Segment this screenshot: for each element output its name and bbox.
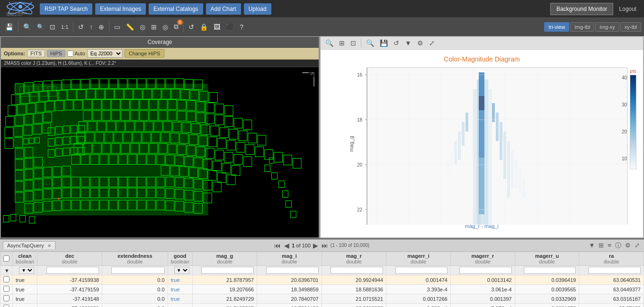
table-expand-icon-button[interactable]: ⤢ [633,240,641,251]
crosshair-button[interactable]: ⊕ [96,22,107,32]
filter-mag-g-input[interactable] [201,267,254,274]
col-header-ra[interactable]: radouble [579,252,644,266]
svg-point-3 [18,5,22,9]
select-rect-button[interactable]: ▭ [112,22,123,32]
zoom-fit-button[interactable]: ⊡ [47,22,58,32]
svg-rect-348 [439,167,442,176]
filter-magerr-i-input[interactable] [395,267,447,274]
sky-overlay-svg [1,67,319,237]
row-checkbox[interactable] [3,295,9,301]
pager-prev-button[interactable]: ◀ [283,242,290,249]
zoom-in-button[interactable]: 🔍 [21,22,34,32]
save-button[interactable]: 💾 [3,22,16,32]
filter-mag-i-input[interactable] [266,267,319,274]
col-header-magerr-i[interactable]: magerr_idouble [386,252,451,266]
row-checkbox[interactable] [3,305,9,307]
col-header-magerr-u[interactable]: magerr_udouble [515,252,579,266]
col-header-mag-i[interactable]: mag_idouble [257,252,322,266]
table-toolbar-icons: ▼ ⊞ ≡ ⓘ ⚙ ⤢ [588,240,641,251]
col-header-dec[interactable]: decdouble [37,252,102,266]
svg-rect-353 [420,176,423,181]
chart-save-button[interactable]: 💾 [378,38,390,48]
corner-expand-icon[interactable]: ⤢ [308,70,316,77]
help-button[interactable]: ? [237,22,246,32]
pager-next-button[interactable]: ▶ [312,242,319,249]
cell-clean: true [13,285,37,294]
fits-button[interactable]: FITS [27,50,45,57]
table-columns-icon-button[interactable]: ≡ [606,240,613,251]
col-header-clean[interactable]: cleanboolean [13,252,37,266]
rotate-button[interactable]: ↺ [76,22,86,32]
svg-rect-323 [545,205,548,211]
coord-system-select[interactable]: Eq J2000 Eq B1950 Galactic [87,49,123,58]
filter-magerr-u-input[interactable] [524,267,576,274]
row-checkbox[interactable] [3,286,9,292]
select-all-checkbox[interactable] [3,255,9,262]
ruler-button[interactable]: 📏 [124,22,136,32]
toolbar-separator-3 [109,21,109,33]
image-select-button[interactable]: 🖼 [211,22,223,32]
region-circle-button[interactable]: ◎ [137,22,148,32]
svg-rect-356 [409,179,411,182]
grid-button[interactable]: ⊞ [149,22,159,32]
filter-mag-r-input[interactable] [331,267,383,274]
table-grid-icon-button[interactable]: ⊞ [597,240,605,251]
cell-ra: 63.0316187 [579,294,644,304]
sky-view[interactable]: ⤢ [1,67,319,237]
filter-dec-input[interactable] [46,267,99,274]
upload-button[interactable]: Upload [244,3,271,15]
pager-last-button[interactable]: ⏭ [321,242,329,249]
table-info-icon-button[interactable]: ⓘ [614,240,623,251]
table-scroll-area[interactable]: cleanboolean decdouble extendednessdoubl… [0,252,644,307]
filter-good-select[interactable]: ▼ [174,267,189,274]
tab-img-tbl[interactable]: img-tbl [570,22,594,32]
external-images-button[interactable]: External Images [95,3,146,15]
col-header-mag-r[interactable]: mag_rdouble [322,252,386,266]
lock-button[interactable]: 🔒 [197,22,210,32]
target-button[interactable]: ◎ [160,22,170,32]
table-row: true-37.41599380.0true21.878795720.63967… [0,275,644,285]
filter-clean-select[interactable]: ▼ [19,267,34,274]
tab-close-button[interactable]: ✕ [47,243,51,248]
chart-settings-button[interactable]: ⚙ [415,38,425,48]
tab-img-xy[interactable]: img-xy [595,22,619,32]
image-info-button[interactable]: ⬛ [224,22,236,32]
col-header-good[interactable]: goodboolean [168,252,192,266]
chart-reset-button[interactable]: ↺ [392,38,401,48]
auto-checkbox[interactable] [67,51,73,57]
filter-cell-magerr-u [515,266,579,275]
north-up-button[interactable]: ↑ [87,22,95,32]
chart-resize-button[interactable]: ⊡ [349,38,358,48]
col-header-magerr-r[interactable]: magerr_rdouble [450,252,515,266]
pager-first-button[interactable]: ⏮ [273,242,282,249]
logout-button[interactable]: Logout [615,3,640,15]
rsp-tap-search-button[interactable]: RSP TAP Search [40,3,92,15]
change-hips-button[interactable]: Change HiPS [125,49,165,58]
filter-ra-input[interactable] [588,267,641,274]
chart-crosshair-button[interactable]: ⊞ [337,38,347,48]
colorbar-container: pts 40 30 20 10 [630,69,636,169]
external-catalogs-button[interactable]: External Catalogs [149,3,203,15]
col-header-mag-g[interactable]: mag_gdouble [192,252,257,266]
async-tap-query-tab[interactable]: AsyncTapQuery ✕ [3,241,55,249]
table-settings-icon-button[interactable]: ⚙ [624,240,632,251]
row-checkbox[interactable] [3,276,9,282]
col-header-extendedness[interactable]: extendednessdouble [102,252,168,266]
tab-tri-view[interactable]: tri-view [544,22,569,32]
filter-extendedness-input[interactable] [111,267,165,274]
zoom-reset-button[interactable]: 1:1 [59,23,71,31]
hips-button[interactable]: HiPS [47,50,65,57]
chart-filter-button[interactable]: ▼ [403,38,413,48]
tab-xy-tbl[interactable]: xy-tbl [620,22,641,32]
filter-magerr-r-input[interactable] [459,267,511,274]
chart-zoom-in-button[interactable]: 🔍 [323,38,335,48]
zoom-out-button[interactable]: 🔍 [35,22,46,32]
table-filter-icon-button[interactable]: ▼ [588,240,597,251]
add-chart-button[interactable]: Add Chart [206,3,241,15]
chart-expand-button[interactable]: ⤢ [427,38,437,48]
colorbar-label-30: 30 [622,102,627,107]
chart-zoom-out-button[interactable]: 🔍 [364,38,376,48]
layers-badge[interactable]: ⧉ 5 [171,21,181,32]
undo-button[interactable]: ↺ [186,22,197,32]
background-monitor-button[interactable]: Background Monitor [550,3,613,15]
